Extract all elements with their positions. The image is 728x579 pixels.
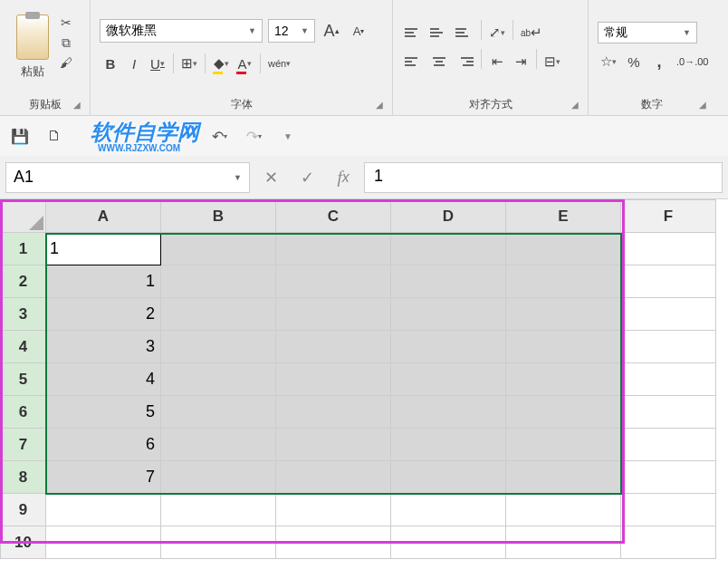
cell[interactable] [161, 298, 276, 331]
cell[interactable] [621, 526, 716, 559]
phonetic-button[interactable]: wén ▾ [265, 51, 293, 76]
cell[interactable] [506, 461, 621, 494]
new-file-icon[interactable]: 🗋 [43, 125, 65, 147]
undo-button[interactable]: ↶ ▾ [208, 125, 230, 147]
chevron-down-icon[interactable]: ▼ [277, 125, 299, 147]
cell[interactable] [621, 233, 716, 265]
confirm-icon[interactable]: ✓ [292, 162, 322, 193]
cell[interactable] [391, 331, 506, 363]
merge-cells-button[interactable]: ⊟ ▾ [541, 49, 563, 74]
cancel-icon[interactable]: ✕ [255, 162, 286, 193]
cell[interactable] [621, 331, 716, 363]
fill-color-button[interactable]: ◆ ▾ [210, 51, 232, 76]
cell[interactable]: 1 [46, 233, 161, 265]
cell[interactable] [506, 363, 621, 396]
align-top-icon[interactable] [402, 20, 426, 45]
cell[interactable]: 1 [46, 265, 161, 298]
row-header[interactable]: 5 [1, 363, 46, 396]
cell[interactable]: 7 [46, 461, 161, 494]
select-all-corner[interactable] [1, 200, 46, 233]
row-header[interactable]: 2 [1, 265, 46, 298]
cell[interactable] [506, 396, 621, 429]
cell[interactable] [506, 429, 621, 461]
italic-button[interactable]: I [123, 51, 145, 76]
cell[interactable] [391, 461, 506, 494]
row-header[interactable]: 7 [1, 429, 46, 461]
align-center-icon[interactable] [427, 49, 451, 74]
cell[interactable] [506, 494, 621, 526]
cut-icon[interactable]: ✂ [58, 14, 74, 31]
dialog-launcher-icon[interactable]: ◢ [699, 100, 712, 112]
cell[interactable] [276, 396, 391, 429]
cell[interactable] [391, 233, 506, 265]
cell[interactable]: 6 [46, 429, 161, 461]
format-painter-icon[interactable]: 🖌 [58, 54, 74, 71]
cell[interactable] [391, 298, 506, 331]
cell[interactable] [276, 526, 391, 559]
copy-icon[interactable]: ⧉ [58, 34, 74, 51]
cell[interactable] [621, 396, 716, 429]
formula-input[interactable]: 1 [364, 162, 723, 193]
paste-button[interactable]: 粘贴 [16, 14, 49, 80]
orientation-button[interactable]: ⤢ ▾ [486, 20, 508, 45]
cell[interactable] [161, 461, 276, 494]
wrap-text-button[interactable]: ab↵ [518, 20, 545, 45]
redo-button[interactable]: ↷ ▾ [243, 125, 264, 147]
number-format-dropdown[interactable]: 常规 ▼ [598, 22, 697, 43]
cell[interactable] [391, 494, 506, 526]
cell[interactable] [621, 298, 716, 331]
cell[interactable] [276, 298, 391, 331]
cell[interactable]: 3 [46, 331, 161, 363]
row-header[interactable]: 6 [1, 396, 46, 429]
row-header[interactable]: 8 [1, 461, 46, 494]
bold-button[interactable]: B [100, 51, 121, 76]
font-name-dropdown[interactable]: 微软雅黑 ▼ [100, 19, 263, 43]
cell[interactable] [276, 461, 391, 494]
decrease-font-icon[interactable]: A▾ [348, 18, 369, 43]
cell[interactable] [391, 265, 506, 298]
cell[interactable] [391, 363, 506, 396]
cell[interactable] [161, 429, 276, 461]
cell[interactable] [391, 429, 506, 461]
row-header[interactable]: 3 [1, 298, 46, 331]
cell[interactable] [161, 494, 276, 526]
font-size-dropdown[interactable]: 12 ▼ [268, 19, 315, 43]
column-header[interactable]: B [161, 200, 276, 233]
column-header[interactable]: A [46, 200, 161, 233]
row-header[interactable]: 4 [1, 331, 46, 363]
decrease-indent-icon[interactable]: ⇤ [486, 49, 508, 74]
align-bottom-icon[interactable] [453, 20, 476, 45]
increase-font-icon[interactable]: A▴ [321, 18, 342, 43]
name-box[interactable]: A1 ▼ [5, 162, 250, 193]
cell[interactable] [161, 526, 276, 559]
dialog-launcher-icon[interactable]: ◢ [376, 100, 388, 112]
cell[interactable] [46, 526, 161, 559]
cell[interactable] [621, 494, 716, 526]
cell[interactable] [391, 396, 506, 429]
cell[interactable] [506, 265, 621, 298]
cell[interactable] [621, 265, 716, 298]
cell[interactable] [506, 233, 621, 265]
align-middle-icon[interactable] [427, 20, 451, 45]
cell[interactable] [276, 363, 391, 396]
cell[interactable] [161, 363, 276, 396]
percent-button[interactable]: % [623, 49, 645, 74]
cell[interactable] [161, 396, 276, 429]
row-header[interactable]: 1 [1, 233, 46, 265]
cell[interactable]: 4 [46, 363, 161, 396]
fx-icon[interactable]: fx [328, 162, 359, 193]
column-header[interactable]: D [391, 200, 506, 233]
cell[interactable] [621, 429, 716, 461]
cell[interactable] [161, 265, 276, 298]
cell[interactable] [506, 526, 621, 559]
increase-indent-icon[interactable]: ⇥ [510, 49, 532, 74]
cell[interactable] [276, 265, 391, 298]
cell[interactable] [621, 363, 716, 396]
cell[interactable] [621, 461, 716, 494]
cell[interactable] [276, 233, 391, 265]
column-header[interactable]: E [506, 200, 621, 233]
cell[interactable] [391, 526, 506, 559]
column-header[interactable]: F [621, 200, 716, 233]
cell[interactable] [46, 494, 161, 526]
cell[interactable] [276, 494, 391, 526]
